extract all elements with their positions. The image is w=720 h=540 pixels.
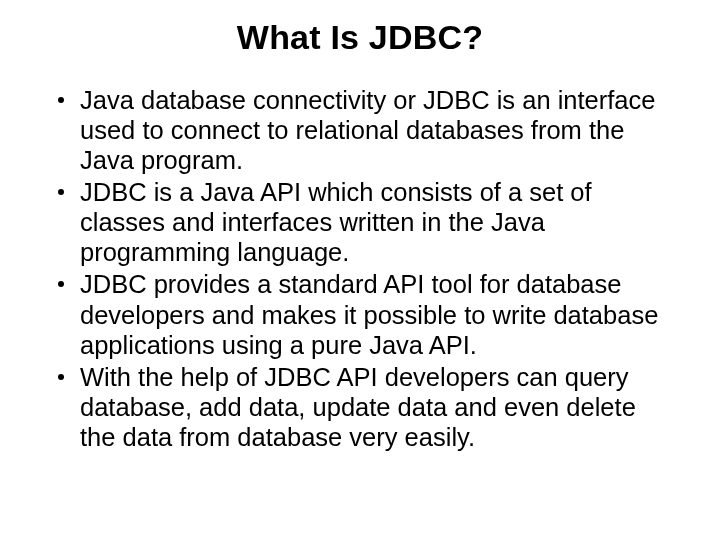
bullet-list: Java database connectivity or JDBC is an… [48, 85, 672, 452]
bullet-text: With the help of JDBC API developers can… [80, 362, 672, 452]
bullet-icon [58, 97, 64, 103]
list-item: Java database connectivity or JDBC is an… [48, 85, 672, 175]
bullet-icon [58, 374, 64, 380]
list-item: With the help of JDBC API developers can… [48, 362, 672, 452]
bullet-text: Java database connectivity or JDBC is an… [80, 85, 672, 175]
bullet-text: JDBC provides a standard API tool for da… [80, 269, 672, 359]
list-item: JDBC provides a standard API tool for da… [48, 269, 672, 359]
bullet-icon [58, 189, 64, 195]
slide-title: What Is JDBC? [48, 18, 672, 57]
list-item: JDBC is a Java API which consists of a s… [48, 177, 672, 267]
bullet-icon [58, 281, 64, 287]
bullet-text: JDBC is a Java API which consists of a s… [80, 177, 672, 267]
